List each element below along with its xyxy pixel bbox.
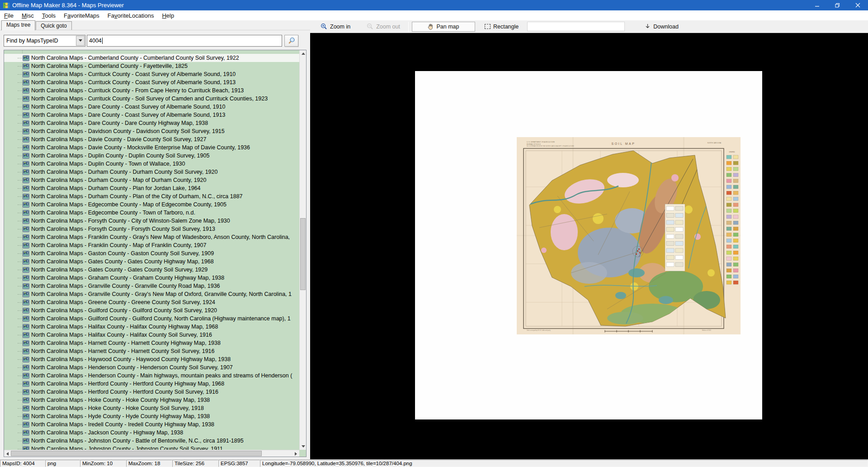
tree-item[interactable]: North Carolina Maps - Haywood County - H… [4,355,299,363]
tree-item[interactable]: North Carolina Maps - Durham County - Du… [4,168,299,176]
tree-connector [18,205,22,205]
menu-help[interactable]: Help [158,11,178,20]
scroll-up-arrow[interactable] [300,50,307,57]
tree-item[interactable]: North Carolina Maps - Davie County - Dav… [4,135,299,143]
zoom-in-button[interactable]: Zoom in [316,21,355,32]
tree-item-label: North Carolina Maps - Jackson County - H… [31,429,183,436]
maximize-button[interactable] [827,0,848,10]
tree-item[interactable]: North Carolina Maps - Edgecombe County -… [4,209,299,217]
tree-item[interactable]: North Carolina Maps - Johnston County - … [4,437,299,445]
download-button[interactable]: Download [640,22,683,31]
tree-item[interactable]: North Carolina Maps - Johnston County - … [4,445,299,450]
menu-favoritelocations[interactable]: FavoriteLocations [104,11,158,20]
tree-item[interactable]: North Carolina Maps - Dare County - Dare… [4,119,299,127]
rectangle-button[interactable]: Rectangle [480,22,524,32]
map-thumbnail-icon [23,153,29,159]
tree-item[interactable]: North Carolina Maps - Dare County - Coas… [4,103,299,111]
tree-item[interactable]: North Carolina Maps - Hoke County - Hoke… [4,396,299,404]
tree-item[interactable]: North Carolina Maps - Gates County - Gat… [4,266,299,274]
vertical-scroll-thumb[interactable] [300,218,306,290]
tree-connector [18,156,22,156]
tree-horizontal-scrollbar[interactable] [4,450,299,457]
map-thumbnail-icon [23,389,29,395]
toolbar-input[interactable] [527,22,625,31]
tree-item-label: North Carolina Maps - Currituck County -… [31,71,236,77]
tree-item[interactable]: North Carolina Maps - Dare County - Coas… [4,111,299,119]
tree-item[interactable]: North Carolina Maps - Duplin County - To… [4,160,299,168]
map-thumbnail-icon [23,120,29,126]
tree-item[interactable]: North Carolina Maps - Forsyth County - F… [4,225,299,233]
tree-item[interactable]: North Carolina Maps - Davie County - Moc… [4,143,299,152]
close-button[interactable] [848,0,868,10]
tree-item[interactable]: North Carolina Maps - Gaston County - Ga… [4,249,299,257]
tree-item[interactable]: North Carolina Maps - Henderson County -… [4,372,299,380]
tree-item[interactable]: North Carolina Maps - Cumberland County … [4,54,299,62]
tree-item[interactable]: North Carolina Maps - Jackson County - H… [4,429,299,437]
tree-item[interactable]: North Carolina Maps - Currituck County -… [4,70,299,78]
tree-item[interactable]: North Carolina Maps - Hyde County - Hyde… [4,412,299,420]
tree-item[interactable]: North Carolina Maps - Durham County - Pl… [4,192,299,200]
map-thumbnail-icon [23,218,29,224]
tree-item[interactable]: North Carolina Maps - Franklin County - … [4,241,299,249]
tree-connector [18,376,22,376]
toolbar-separator [408,22,409,32]
tree-item-label: North Carolina Maps - Haywood County - H… [31,356,231,362]
menu-tools[interactable]: Tools [38,11,60,20]
tree-item[interactable]: North Carolina Maps - Harnett County - H… [4,339,299,347]
tree-connector [18,196,22,197]
tree-item[interactable]: North Carolina Maps - Greene County - Gr… [4,298,299,306]
pan-map-button[interactable]: Pan map [412,22,475,32]
minimize-button[interactable] [807,0,827,10]
tree-item[interactable]: North Carolina Maps - Guilford County - … [4,315,299,323]
tree-item[interactable]: North Carolina Maps - Currituck County -… [4,86,299,95]
tree-item[interactable]: North Carolina Maps - Halifax County - H… [4,331,299,339]
tree-connector [18,74,22,75]
tree-connector [18,433,22,433]
tree-vertical-scrollbar[interactable] [299,50,306,450]
tree-item[interactable]: North Carolina Maps - Halifax County - H… [4,323,299,331]
map-thumbnail-icon [23,275,29,281]
menu-misc[interactable]: Misc [18,11,38,20]
tree-item[interactable]: North Carolina Maps - Hoke County - Hoke… [4,404,299,412]
tree-item-label: North Carolina Maps - Franklin County - … [31,242,206,248]
tree-item[interactable]: North Carolina Maps - Davidson County - … [4,127,299,135]
horizontal-scroll-thumb[interactable] [11,451,262,456]
tree-item[interactable]: North Carolina Maps - Franklin County - … [4,233,299,241]
tree-item[interactable]: North Carolina Maps - Harnett County - H… [4,347,299,355]
tree-item[interactable]: North Carolina Maps - Cumberland County … [4,62,299,70]
tree-item[interactable]: North Carolina Maps - Edgecombe County -… [4,200,299,209]
map-viewport[interactable]: U. S. DEPARTMENT OF AGRICULTURE BUREAU O… [310,33,868,459]
tree-connector [18,115,22,115]
svg-text:SOIL MAP: SOIL MAP [612,142,636,145]
search-input[interactable]: 4004 [87,35,282,47]
tree-item[interactable]: North Carolina Maps - Hertford County - … [4,380,299,388]
tree-item-label: North Carolina Maps - Davie County - Moc… [31,144,250,151]
tab-quick-goto[interactable]: Quick goto [36,21,71,30]
tree-item[interactable]: North Carolina Maps - Iredell County - I… [4,420,299,429]
tree-item[interactable]: North Carolina Maps - Henderson County -… [4,363,299,372]
find-by-combobox[interactable]: Find by MapsTypeID [4,35,85,47]
status-format: png [45,460,80,467]
tree-item[interactable]: North Carolina Maps - Hertford County - … [4,388,299,396]
menu-file[interactable]: File [0,11,18,20]
tree-item[interactable]: North Carolina Maps - Currituck County -… [4,95,299,103]
tree-item[interactable]: North Carolina Maps - Durham County - Pl… [4,184,299,192]
tree-connector [18,416,22,417]
tree-item[interactable]: North Carolina Maps - Granville County -… [4,290,299,298]
menu-favoritemaps[interactable]: FavoriteMaps [60,11,104,20]
tree-item[interactable]: North Carolina Maps - Guilford County - … [4,306,299,315]
tree-item[interactable]: North Carolina Maps - Forsyth County - C… [4,217,299,225]
scroll-down-arrow[interactable] [300,443,307,450]
tree-item[interactable]: North Carolina Maps - Duplin County - Du… [4,152,299,160]
tree-item[interactable]: North Carolina Maps - Durham County - Ma… [4,176,299,184]
zoom-out-button[interactable]: Zoom out [362,21,405,32]
combobox-dropdown-button[interactable] [76,36,85,46]
tree-item[interactable]: North Carolina Maps - Granville County -… [4,282,299,290]
scroll-right-arrow[interactable] [292,450,299,457]
search-button[interactable] [284,35,298,47]
scroll-left-arrow[interactable] [4,450,11,457]
tree-item[interactable]: North Carolina Maps - Graham County - Gr… [4,274,299,282]
tree-item[interactable]: North Carolina Maps - Currituck County -… [4,78,299,86]
tab-maps-tree[interactable]: Maps tree [1,20,35,30]
tree-item[interactable]: North Carolina Maps - Gates County - Gat… [4,257,299,266]
